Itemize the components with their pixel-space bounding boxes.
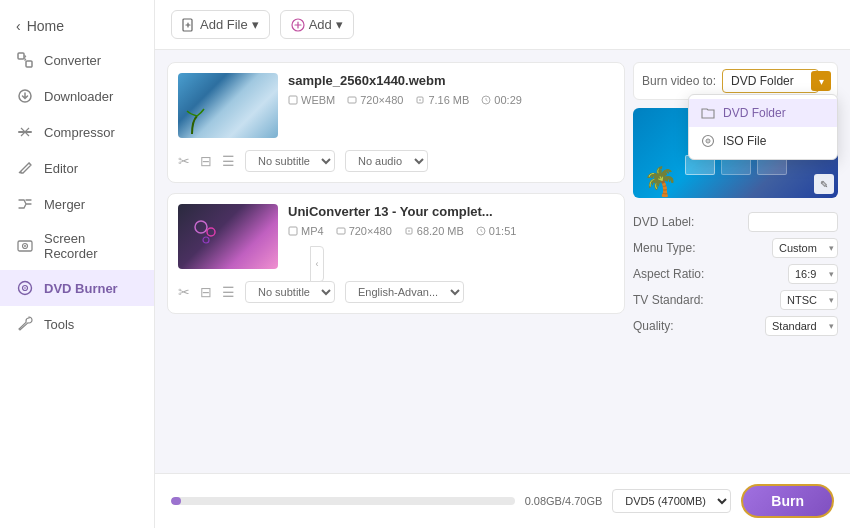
progress-bar-fill <box>171 497 181 505</box>
dropdown-item-dvd-folder[interactable]: DVD Folder <box>689 99 837 127</box>
palm-icon: 🌴 <box>643 165 678 198</box>
add-file-icon <box>182 18 196 32</box>
file-meta-1: WEBM 720×480 7.16 MB <box>288 94 614 106</box>
converter-icon <box>16 51 34 69</box>
crop-icon-2[interactable]: ⊟ <box>200 284 212 300</box>
svg-rect-0 <box>18 53 24 59</box>
sidebar-item-label: Tools <box>44 317 74 332</box>
menu-type-select-wrapper: Custom <box>772 238 838 258</box>
cut-icon-1[interactable]: ✂ <box>178 153 190 169</box>
add-label: Add <box>309 17 332 32</box>
add-file-arrow: ▾ <box>252 17 259 32</box>
screen-recorder-icon <box>16 237 34 255</box>
burn-button[interactable]: Burn <box>741 484 834 518</box>
sidebar-item-converter[interactable]: Converter <box>0 42 154 78</box>
sidebar-item-label: Merger <box>44 197 85 212</box>
sidebar-item-downloader[interactable]: Downloader <box>0 78 154 114</box>
file-thumbnail-2 <box>178 204 278 269</box>
tv-standard-label: TV Standard: <box>633 293 704 307</box>
audio-select-2[interactable]: English-Advan... <box>345 281 464 303</box>
add-button[interactable]: Add ▾ <box>280 10 354 39</box>
sidebar-item-dvd-burner[interactable]: DVD Burner <box>0 270 154 306</box>
folder-icon <box>701 106 715 120</box>
add-arrow: ▾ <box>336 17 343 32</box>
file-actions-1: ✂ ⊟ ☰ No subtitle No audio <box>178 146 614 172</box>
sidebar-item-label: Converter <box>44 53 101 68</box>
sidebar: ‹ Home Converter Downloader <box>0 0 155 528</box>
subtitle-select-1[interactable]: No subtitle <box>245 150 335 172</box>
downloader-icon <box>16 87 34 105</box>
sidebar-item-label: DVD Burner <box>44 281 118 296</box>
audio-select-1[interactable]: No audio <box>345 150 428 172</box>
cut-icon-2[interactable]: ✂ <box>178 284 190 300</box>
sidebar-item-screen-recorder[interactable]: Screen Recorder <box>0 222 154 270</box>
file-info-1: sample_2560x1440.webm WEBM 720×480 <box>288 73 614 106</box>
add-file-button[interactable]: Add File ▾ <box>171 10 270 39</box>
svg-point-17 <box>207 228 215 236</box>
compressor-icon <box>16 123 34 141</box>
merger-icon <box>16 195 34 213</box>
svg-rect-1 <box>26 61 32 67</box>
sidebar-collapse-handle[interactable]: ‹ <box>310 246 324 282</box>
file-card-top-2: UniConverter 13 - Your complet... MP4 72… <box>178 204 614 269</box>
aspect-ratio-select-wrapper: 16:9 <box>788 264 838 284</box>
tv-standard-select[interactable]: NTSC <box>780 290 838 310</box>
back-icon: ‹ <box>16 18 21 34</box>
add-icon <box>291 18 305 32</box>
back-button[interactable]: ‹ Home <box>0 10 154 42</box>
editor-icon <box>16 159 34 177</box>
file-size-2: 68.20 MB <box>404 225 464 237</box>
subtitle-select-2[interactable]: No subtitle <box>245 281 335 303</box>
aspect-ratio-row: Aspect Ratio: 16:9 <box>633 264 838 284</box>
burn-to-select[interactable]: DVD Folder <box>722 69 819 93</box>
svg-point-18 <box>203 237 209 243</box>
disc-type-select[interactable]: DVD5 (4700MB) <box>612 489 731 513</box>
sidebar-item-tools[interactable]: Tools <box>0 306 154 342</box>
file-format-1: WEBM <box>288 94 335 106</box>
main-content: ‹ Add File ▾ Add ▾ <box>155 0 850 528</box>
tools-icon <box>16 315 34 333</box>
svg-rect-13 <box>348 97 356 103</box>
menu-type-label: Menu Type: <box>633 241 695 255</box>
sidebar-item-label: Screen Recorder <box>44 231 138 261</box>
file-card: sample_2560x1440.webm WEBM 720×480 <box>167 62 625 183</box>
file-card-top: sample_2560x1440.webm WEBM 720×480 <box>178 73 614 138</box>
aspect-ratio-select[interactable]: 16:9 <box>788 264 838 284</box>
file-actions-2: ✂ ⊟ ☰ No subtitle English-Advan... <box>178 277 614 303</box>
thumbnail-beach <box>178 73 278 138</box>
sidebar-item-merger[interactable]: Merger <box>0 186 154 222</box>
quality-label: Quality: <box>633 319 674 333</box>
svg-point-6 <box>24 245 26 247</box>
toolbar: Add File ▾ Add ▾ <box>155 0 850 50</box>
more-icon-2[interactable]: ☰ <box>222 284 235 300</box>
quality-select-wrapper: Standard <box>765 316 838 336</box>
file-list: sample_2560x1440.webm WEBM 720×480 <box>167 62 625 461</box>
menu-type-select[interactable]: Custom <box>772 238 838 258</box>
file-thumbnail-1 <box>178 73 278 138</box>
storage-info: 0.08GB/4.70GB <box>525 495 603 507</box>
file-resolution-2: 720×480 <box>336 225 392 237</box>
aspect-ratio-label: Aspect Ratio: <box>633 267 704 281</box>
sidebar-item-compressor[interactable]: Compressor <box>0 114 154 150</box>
burn-to-label: Burn video to: <box>642 74 716 88</box>
quality-select[interactable]: Standard <box>765 316 838 336</box>
burn-to-dropdown-menu: DVD Folder ISO File <box>688 94 838 160</box>
svg-rect-12 <box>289 96 297 104</box>
svg-rect-20 <box>337 228 345 234</box>
file-name-2: UniConverter 13 - Your complet... <box>288 204 614 219</box>
crop-icon-1[interactable]: ⊟ <box>200 153 212 169</box>
preview-edit-button[interactable]: ✎ <box>814 174 834 194</box>
sidebar-item-editor[interactable]: Editor <box>0 150 154 186</box>
dropdown-item-iso-file[interactable]: ISO File <box>689 127 837 155</box>
burn-to-dropdown-arrow[interactable]: ▾ <box>811 71 831 91</box>
progress-bar-container <box>171 497 515 505</box>
dvd-label-row: DVD Label: <box>633 212 838 232</box>
dvd-label-input[interactable] <box>748 212 838 232</box>
more-icon-1[interactable]: ☰ <box>222 153 235 169</box>
thumbnail-pink <box>178 204 278 269</box>
file-size-1: 7.16 MB <box>415 94 469 106</box>
back-label: Home <box>27 18 64 34</box>
svg-point-16 <box>195 221 207 233</box>
file-resolution-1: 720×480 <box>347 94 403 106</box>
sidebar-item-label: Downloader <box>44 89 113 104</box>
